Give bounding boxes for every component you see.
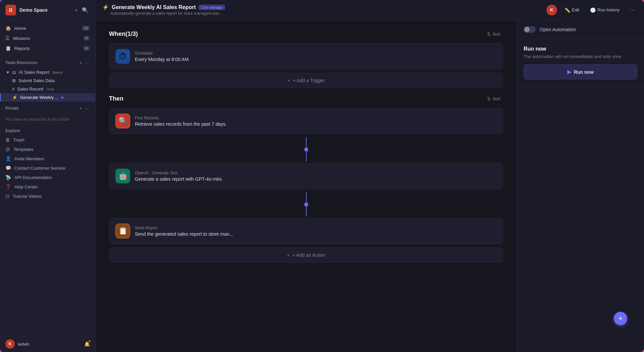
sidebar-item-customer-service[interactable]: 💬 Contact Customer Service xyxy=(0,163,95,173)
row-badge: 7row xyxy=(46,87,54,91)
notification-button[interactable]: 🔔 xyxy=(84,341,90,347)
explore-item-label: Invite Members xyxy=(14,156,44,161)
action-card-find-records[interactable]: 🔍 Find Records Retrieve sales records fr… xyxy=(109,108,503,134)
folder-icon: 🗂 xyxy=(12,70,16,75)
sidebar-item-reports[interactable]: 📋 Reports 6 xyxy=(0,43,95,53)
sidebar-item-templates[interactable]: @ Templates xyxy=(0,144,95,154)
header-title-row: ⚡ Generate Weekly AI Sales Report Can ma… xyxy=(102,4,542,10)
team-resources-more-button[interactable]: ··· xyxy=(85,59,90,66)
then-section: Then ⇅ Sort 🔍 Find Records Ret xyxy=(109,95,503,263)
connector-line-4 xyxy=(306,207,307,217)
trigger-card[interactable]: ⏱ Scheduler Every Monday at 8:00 AM xyxy=(109,43,503,69)
connector-line-2 xyxy=(306,152,307,162)
when-section-header: When(1/3) ⇅ Sort xyxy=(109,30,503,38)
edit-button[interactable]: ✏️ Edit xyxy=(561,5,583,15)
then-sort-button[interactable]: ⇅ Sort xyxy=(484,95,503,103)
action-type: Send Report xyxy=(135,226,497,230)
run-history-button[interactable]: 🕒 Run history xyxy=(587,5,623,15)
api-docs-icon: 📡 xyxy=(5,175,11,180)
panel-toggle-row: Open Automation xyxy=(517,20,644,39)
home-icon: 🏠 xyxy=(5,25,11,31)
run-icon: ▶ xyxy=(567,69,571,75)
sidebar-item-submit-sales[interactable]: ⊞ Submit Sales Data xyxy=(0,76,95,85)
sidebar-item-label: Home xyxy=(14,26,78,31)
item-label: Sales Record xyxy=(17,86,43,92)
sidebar-item-generate-weekly[interactable]: ⚡ Generate Weekly ... xyxy=(0,93,95,102)
header-actions: K ✏️ Edit 🕒 Run history ··· xyxy=(546,5,637,15)
sidebar-item-api-docs[interactable]: 📡 API Documentation xyxy=(0,173,95,182)
action-description: Generate a sales report with GPT-4o-mini… xyxy=(135,176,497,182)
team-resources-label: Team Resources xyxy=(5,60,76,65)
folder-ai-sales[interactable]: ▾ 🗂 AI Sales Report 3piece xyxy=(0,68,95,76)
when-label: When(1/3) xyxy=(109,31,138,38)
team-resources-add-button[interactable]: + xyxy=(78,59,83,66)
explore-item-label: Help Center xyxy=(14,184,38,189)
trash-icon: 🗑 xyxy=(5,137,10,142)
plus-icon: + xyxy=(287,252,290,258)
sidebar-item-tutorials[interactable]: ⊡ Tutorial Videos xyxy=(0,191,95,201)
help-icon: ❓ xyxy=(5,184,11,189)
sidebar-nav: 🏠 Home 10 ☰ Missions 4 📋 Reports 6 xyxy=(0,20,95,56)
sidebar-item-invite[interactable]: 👤 Invite Members xyxy=(0,154,95,163)
explore-item-label: API Documentation xyxy=(14,175,52,180)
edit-label: Edit xyxy=(572,7,579,12)
sidebar-item-sales-record[interactable]: # Sales Record 7row xyxy=(0,85,95,93)
explore-item-label: Contact Customer Service xyxy=(14,166,65,171)
connector-line-3 xyxy=(306,192,307,202)
explore-item-label: Trash xyxy=(13,137,24,142)
run-now-button[interactable]: ▶ Run now xyxy=(524,64,637,79)
add-trigger-button[interactable]: + + Add a Trigger xyxy=(109,73,503,88)
action-card-text: Send Report Send the generated sales rep… xyxy=(135,226,497,237)
toggle-knob xyxy=(524,27,530,32)
header-user-avatar: K xyxy=(546,5,557,15)
run-now-title: Run now xyxy=(524,46,637,52)
sidebar-header: D Demo Space ▾ 🔍 xyxy=(0,0,95,20)
edit-icon: ✏️ xyxy=(565,7,570,13)
explore-item-label: Templates xyxy=(13,147,33,152)
private-section-header: Private + ··· xyxy=(0,102,95,114)
private-more-button[interactable]: ··· xyxy=(85,105,90,112)
plus-icon: + xyxy=(287,78,290,83)
search-button[interactable]: 🔍 xyxy=(80,6,90,15)
automation-canvas: When(1/3) ⇅ Sort ⏱ Scheduler Every Monda… xyxy=(96,20,517,352)
when-sort-button[interactable]: ⇅ Sort xyxy=(484,30,503,38)
sidebar-item-trash[interactable]: 🗑 Trash xyxy=(0,135,95,144)
main-content: ⚡ Generate Weekly AI Sales Report Can ma… xyxy=(96,0,644,352)
open-automation-label: Open Automation xyxy=(540,27,576,32)
more-options-button[interactable]: ··· xyxy=(627,5,637,15)
action-card-send-report[interactable]: 📋 Send Report Send the generated sales r… xyxy=(109,218,503,244)
notification-dot xyxy=(89,340,91,342)
explore-label: Explore xyxy=(5,128,90,133)
action-card-openai[interactable]: 🤖 OpenAI - Generate Text Generate a sale… xyxy=(109,163,503,189)
sidebar-item-help[interactable]: ❓ Help Center xyxy=(0,182,95,191)
action-card-text: Find Records Retrieve sales records from… xyxy=(135,116,497,127)
sort-label: Sort xyxy=(492,96,500,101)
add-action-button[interactable]: + + Add an Action xyxy=(109,247,503,263)
sort-label: Sort xyxy=(492,32,500,37)
lightning-icon: ⚡ xyxy=(102,4,109,10)
private-add-button[interactable]: + xyxy=(78,105,83,112)
floating-action-button[interactable]: + xyxy=(614,312,627,325)
action-type: Find Records xyxy=(135,116,497,120)
user-avatar: K xyxy=(5,339,15,349)
then-label: Then xyxy=(109,95,123,102)
run-now-section: Run now The automation will run immediat… xyxy=(517,39,644,86)
workspace-icon: D xyxy=(5,5,16,15)
grid-icon: # xyxy=(12,86,14,92)
openai-icon: 🤖 xyxy=(115,169,130,183)
sidebar-item-missions[interactable]: ☰ Missions 4 xyxy=(0,33,95,43)
add-action-label: + Add an Action xyxy=(292,252,325,258)
sidebar-item-home[interactable]: 🏠 Home 10 xyxy=(0,23,95,33)
header-subtitle: Automatically generate a sales report fo… xyxy=(102,11,542,16)
connector-2 xyxy=(109,192,503,217)
run-now-desc: The automation will run immediately and … xyxy=(524,54,637,59)
invite-icon: 👤 xyxy=(5,156,11,161)
open-automation-toggle[interactable] xyxy=(524,26,536,33)
workspace-chevron-icon[interactable]: ▾ xyxy=(75,8,77,12)
run-now-btn-label: Run now xyxy=(574,69,594,75)
home-badge: 10 xyxy=(82,26,90,31)
action-card-text: OpenAI - Generate Text Generate a sales … xyxy=(135,171,497,182)
connector-dot-1 xyxy=(304,148,308,152)
folder-badge: 3piece xyxy=(52,70,63,74)
header-left: ⚡ Generate Weekly AI Sales Report Can ma… xyxy=(102,4,542,16)
